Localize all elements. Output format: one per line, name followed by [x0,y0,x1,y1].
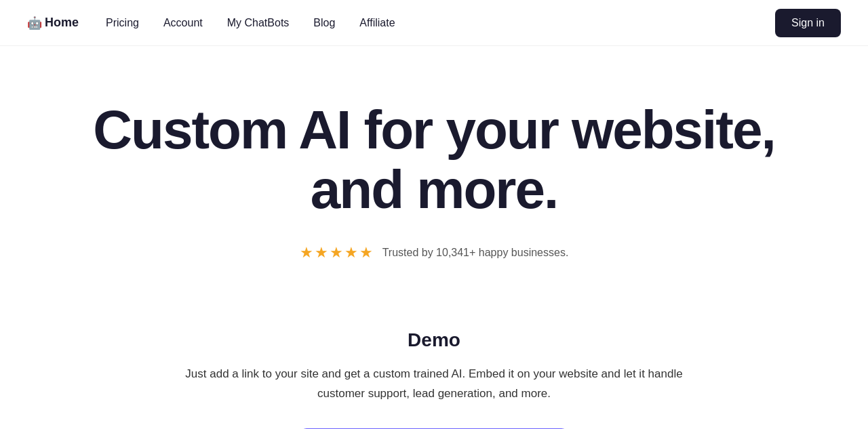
hero-title: Custom AI for your website, and more. [61,100,807,220]
star-4: ★ [344,244,358,262]
nav-link-account[interactable]: Account [153,12,214,35]
nav-links: Pricing Account My ChatBots Blog Affilia… [95,12,406,35]
nav-link-pricing[interactable]: Pricing [95,12,150,35]
demo-title: Demo [408,329,460,351]
demo-description: Just add a link to your site and get a c… [170,365,698,404]
star-1: ★ [300,244,313,262]
hero-trust-row: ★ ★ ★ ★ ★ Trusted by 10,341+ happy busin… [300,244,569,262]
nav-link-affiliate[interactable]: Affiliate [349,12,406,35]
star-rating: ★ ★ ★ ★ ★ [300,244,373,262]
star-2: ★ [315,244,328,262]
logo-emoji: 🤖 [27,16,42,30]
nav-link-my-chatbots[interactable]: My ChatBots [216,12,300,35]
nav-logo[interactable]: 🤖Home [27,16,79,30]
star-5: ★ [359,244,373,262]
nav-link-blog[interactable]: Blog [302,12,346,35]
sign-in-button[interactable]: Sign in [775,9,841,37]
star-3: ★ [330,244,343,262]
logo-text: Home [45,16,79,30]
nav-left: 🤖Home Pricing Account My ChatBots Blog A… [27,12,841,35]
trusted-text: Trusted by 10,341+ happy businesses. [382,247,569,259]
demo-section: Demo Just add a link to your site and ge… [0,289,868,429]
navbar: 🤖Home Pricing Account My ChatBots Blog A… [0,0,868,46]
hero-section: Custom AI for your website, and more. ★ … [0,46,868,289]
